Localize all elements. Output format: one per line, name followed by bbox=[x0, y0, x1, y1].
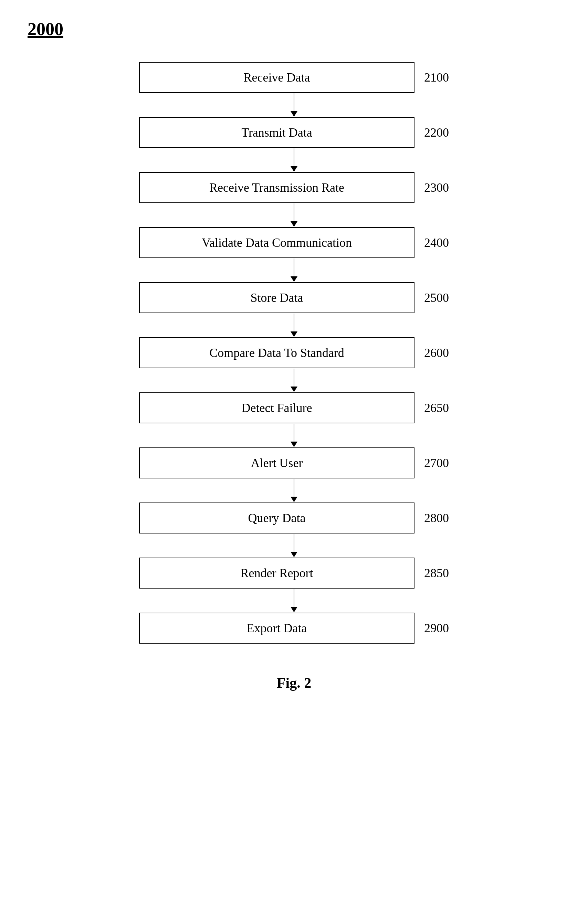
arrow-line bbox=[294, 534, 295, 552]
step-number-2600: 2600 bbox=[424, 345, 449, 360]
flow-box-wrapper-2900: Export Data 2900 bbox=[139, 613, 449, 644]
flow-box-2650: Detect Failure bbox=[139, 392, 415, 423]
flow-row-2100: Receive Data 2100 bbox=[28, 62, 560, 93]
flow-box-2850: Render Report bbox=[139, 557, 415, 588]
arrow-head bbox=[290, 166, 298, 172]
step-number-2400: 2400 bbox=[424, 235, 449, 250]
step-number-2700: 2700 bbox=[424, 456, 449, 470]
flow-box-wrapper-2850: Render Report 2850 bbox=[139, 557, 449, 588]
arrow-line bbox=[294, 479, 295, 497]
flow-box-label-2300: Receive Transmission Rate bbox=[209, 181, 344, 194]
step-number-2200: 2200 bbox=[424, 125, 449, 140]
flow-box-label-2500: Store Data bbox=[251, 291, 303, 305]
arrow-head bbox=[290, 387, 298, 392]
flow-row-2600: Compare Data To Standard 2600 bbox=[28, 337, 560, 368]
arrow-line bbox=[294, 369, 295, 387]
flow-row-2850: Render Report 2850 bbox=[28, 557, 560, 588]
flow-box-2700: Alert User bbox=[139, 447, 415, 478]
arrow-line bbox=[294, 314, 295, 332]
arrow-line bbox=[294, 589, 295, 607]
flow-row-2200: Transmit Data 2200 bbox=[28, 117, 560, 148]
step-number-2800: 2800 bbox=[424, 511, 449, 525]
flow-box-wrapper-2200: Transmit Data 2200 bbox=[139, 117, 449, 148]
arrow-2600-2650 bbox=[290, 368, 298, 392]
flow-box-2400: Validate Data Communication bbox=[139, 227, 415, 258]
flow-row-2500: Store Data 2500 bbox=[28, 282, 560, 313]
flow-box-2800: Query Data bbox=[139, 502, 415, 533]
step-number-2650: 2650 bbox=[424, 401, 449, 415]
arrow-2850-2900 bbox=[290, 588, 298, 613]
flow-box-wrapper-2650: Detect Failure 2650 bbox=[139, 392, 449, 423]
arrow-head bbox=[290, 332, 298, 337]
arrow-head bbox=[290, 111, 298, 117]
step-number-2100: 2100 bbox=[424, 70, 449, 85]
flow-row-2650: Detect Failure 2650 bbox=[28, 392, 560, 423]
flow-box-wrapper-2100: Receive Data 2100 bbox=[139, 62, 449, 93]
flow-box-2200: Transmit Data bbox=[139, 117, 415, 148]
flow-box-wrapper-2300: Receive Transmission Rate 2300 bbox=[139, 172, 449, 203]
arrow-2100-2200 bbox=[290, 93, 298, 117]
flow-box-wrapper-2400: Validate Data Communication 2400 bbox=[139, 227, 449, 258]
flow-box-label-2700: Alert User bbox=[251, 456, 303, 470]
flow-row-2900: Export Data 2900 bbox=[28, 613, 560, 644]
arrow-line bbox=[294, 203, 295, 221]
flow-box-2500: Store Data bbox=[139, 282, 415, 313]
step-number-2900: 2900 bbox=[424, 621, 449, 635]
flow-box-2900: Export Data bbox=[139, 613, 415, 644]
flowchart: Receive Data 2100 Transmit Data 2200 bbox=[28, 48, 560, 644]
flow-box-label-2650: Detect Failure bbox=[242, 401, 312, 415]
arrow-line bbox=[294, 93, 295, 111]
arrow-head bbox=[290, 497, 298, 502]
flow-box-wrapper-2700: Alert User 2700 bbox=[139, 447, 449, 478]
flow-box-label-2100: Receive Data bbox=[244, 71, 310, 84]
flow-box-label-2900: Export Data bbox=[247, 621, 307, 635]
flow-box-2300: Receive Transmission Rate bbox=[139, 172, 415, 203]
flow-row-2400: Validate Data Communication 2400 bbox=[28, 227, 560, 258]
step-number-2500: 2500 bbox=[424, 290, 449, 305]
flow-box-2600: Compare Data To Standard bbox=[139, 337, 415, 368]
figure-caption: Fig. 2 bbox=[28, 675, 560, 691]
flow-box-label-2850: Render Report bbox=[241, 566, 313, 580]
flow-row-2800: Query Data 2800 bbox=[28, 502, 560, 533]
flow-box-2100: Receive Data bbox=[139, 62, 415, 93]
arrow-head bbox=[290, 276, 298, 282]
flow-row-2300: Receive Transmission Rate 2300 bbox=[28, 172, 560, 203]
flow-box-label-2800: Query Data bbox=[248, 511, 306, 525]
step-number-2850: 2850 bbox=[424, 566, 449, 580]
arrow-line bbox=[294, 259, 295, 276]
step-number-2300: 2300 bbox=[424, 180, 449, 195]
page: 2000 Receive Data 2100 Transmit Data 220… bbox=[0, 0, 588, 920]
arrow-2500-2600 bbox=[290, 313, 298, 337]
flow-row-2700: Alert User 2700 bbox=[28, 447, 560, 478]
flow-box-label-2600: Compare Data To Standard bbox=[209, 346, 344, 360]
flow-box-wrapper-2600: Compare Data To Standard 2600 bbox=[139, 337, 449, 368]
diagram-label: 2000 bbox=[28, 19, 63, 39]
arrow-head bbox=[290, 607, 298, 612]
flow-box-wrapper-2500: Store Data 2500 bbox=[139, 282, 449, 313]
arrow-head bbox=[290, 442, 298, 447]
arrow-2300-2400 bbox=[290, 203, 298, 227]
flow-box-wrapper-2800: Query Data 2800 bbox=[139, 502, 449, 533]
flow-box-label-2200: Transmit Data bbox=[241, 126, 312, 139]
arrow-head bbox=[290, 221, 298, 227]
arrow-head bbox=[290, 552, 298, 557]
flow-box-label-2400: Validate Data Communication bbox=[202, 236, 352, 249]
arrow-2700-2800 bbox=[290, 478, 298, 502]
arrow-2650-2700 bbox=[290, 423, 298, 447]
arrow-2400-2500 bbox=[290, 258, 298, 282]
arrow-line bbox=[294, 424, 295, 442]
arrow-2800-2850 bbox=[290, 533, 298, 557]
arrow-2200-2300 bbox=[290, 148, 298, 172]
arrow-line bbox=[294, 148, 295, 166]
